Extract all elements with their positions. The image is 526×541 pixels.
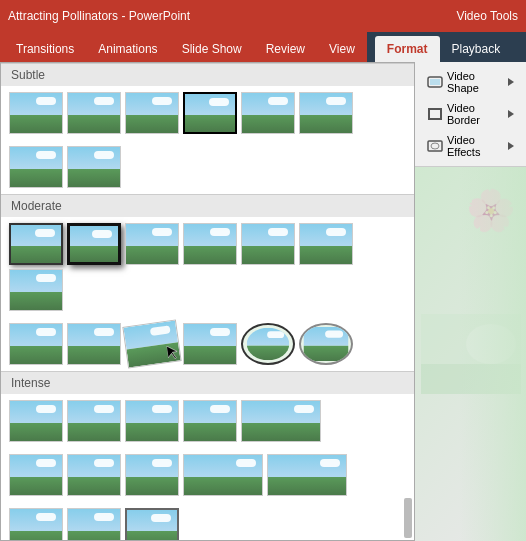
style-int-2[interactable] [67,400,121,442]
svg-point-5 [431,143,439,149]
tab-review[interactable]: Review [254,36,317,62]
style-int-13[interactable] [125,508,179,541]
scroll-indicator[interactable] [404,498,412,538]
style-mod-8[interactable] [9,323,63,365]
style-int-1[interactable] [9,400,63,442]
video-shape-chevron [508,78,514,86]
moderate-row-1 [1,217,414,317]
style-subtle-7[interactable] [67,146,121,188]
video-effects-label: Video Effects [447,134,502,158]
video-shape-icon [427,74,443,90]
tab-animations[interactable]: Animations [86,36,169,62]
video-commands: Video Shape Video Border [415,62,526,167]
intense-row-1 [1,394,414,448]
style-int-12[interactable] [67,508,121,541]
style-mod-7[interactable] [9,269,63,311]
svg-point-8 [466,324,516,364]
tab-format[interactable]: Format [375,36,440,62]
style-int-10[interactable] [267,454,347,496]
video-effects-icon [427,138,443,154]
video-border-button[interactable]: Video Border [423,100,518,128]
style-int-6[interactable] [9,454,63,496]
main-ribbon-tabs: Transitions Animations Slide Show Review… [0,32,367,62]
svg-rect-3 [429,109,441,119]
style-mod-9[interactable] [67,323,121,365]
video-shape-button[interactable]: Video Shape [423,68,518,96]
style-mod-2[interactable] [67,223,121,265]
slide-decorative-svg [421,314,521,394]
video-effects-chevron [508,142,514,150]
style-int-7[interactable] [67,454,121,496]
style-mod-4[interactable] [183,223,237,265]
video-effects-button[interactable]: Video Effects [423,132,518,160]
style-subtle-4[interactable] [241,92,295,134]
section-moderate: Moderate [1,194,414,217]
style-int-4[interactable] [183,400,237,442]
svg-rect-2 [430,79,440,85]
app-title: Attracting Pollinators - PowerPoint [8,9,190,23]
style-mod-6[interactable] [299,223,353,265]
subtle-row-2 [1,140,414,194]
style-mod-oval[interactable] [241,323,295,365]
tab-slideshow[interactable]: Slide Show [170,36,254,62]
section-subtle: Subtle [1,63,414,86]
video-shape-label: Video Shape [447,70,502,94]
style-no-style[interactable] [9,92,63,134]
tab-playback[interactable]: Playback [440,36,513,62]
style-int-5[interactable] [241,400,321,442]
style-int-9[interactable] [183,454,263,496]
decorative-nature: 🌸 [466,187,516,234]
video-tools-label: Video Tools [456,9,518,23]
style-mod-3[interactable] [125,223,179,265]
video-border-label: Video Border [447,102,502,126]
style-subtle-3[interactable] [183,92,237,134]
style-mod-1[interactable] [9,223,63,265]
main-layout: Subtle Moderate [0,62,526,541]
intense-row-2 [1,448,414,502]
style-subtle-2[interactable] [125,92,179,134]
style-mod-5[interactable] [241,223,295,265]
style-mod-rotated-white[interactable]: Rotated, White [122,319,181,368]
style-subtle-5[interactable] [299,92,353,134]
video-border-chevron [508,110,514,118]
subtle-row-1 [1,86,414,140]
style-int-8[interactable] [125,454,179,496]
video-border-icon [427,106,443,122]
style-int-3[interactable] [125,400,179,442]
svg-rect-7 [421,364,521,394]
title-bar: Attracting Pollinators - PowerPoint Vide… [0,0,526,32]
style-int-11[interactable] [9,508,63,541]
video-styles-dropdown: Subtle Moderate [0,62,415,541]
style-subtle-1[interactable] [67,92,121,134]
style-mod-11[interactable] [183,323,237,365]
intense-row-3 [1,502,414,541]
tab-transitions[interactable]: Transitions [4,36,86,62]
tab-view[interactable]: View [317,36,367,62]
section-intense: Intense [1,371,414,394]
slide-preview: 🌸 [415,167,526,541]
moderate-row-2: Rotated, White [1,317,414,371]
right-panel: Video Shape Video Border [415,62,526,541]
style-mod-13[interactable] [299,323,353,365]
slide-content: 🌸 [415,167,526,541]
style-subtle-6[interactable] [9,146,63,188]
